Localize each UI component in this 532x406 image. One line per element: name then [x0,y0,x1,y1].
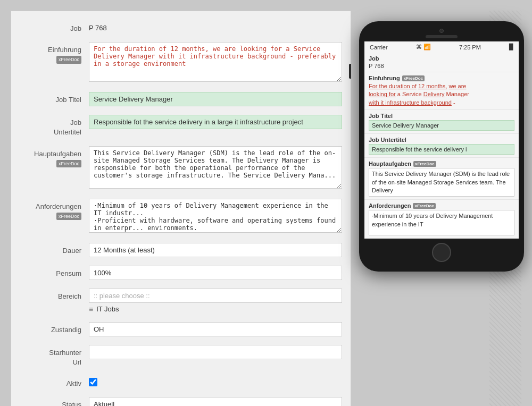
phone-einfuhrung-text: For the duration of 12 months, we are lo… [369,82,514,107]
phone-camera [439,29,444,33]
phone-anforderungen-row: Anforderungen xFreeDoc ·Minimum of 10 ye… [364,200,519,239]
pensum-label: Pensum [20,266,89,278]
bereich-input[interactable] [89,289,342,303]
starhunter-row: StarhunterUrl [11,341,351,371]
zustandig-label: Zustandig [20,322,89,335]
jobuntertitel-label: JobUntertitel [20,115,89,137]
phone-hauptaufgaben-badge: xFreeDoc [413,161,436,167]
phone-jobtitel-value: Service Delivery Manager [369,120,514,131]
phone-job-label: Job [369,55,514,62]
phone-jobuntertitel-value: Responsible fot the service delivery i [369,144,514,155]
phone-jobtitel-row: Job Titel Service Delivery Manager [364,110,519,134]
anforderungen-textarea[interactable]: ·Minimum of 10 years of Delivery Managem… [89,199,342,233]
side-button-left [349,64,351,79]
bereich-row: Bereich ≡ IT Jobs [11,284,351,318]
phone-job-row: Job P 768 [364,53,519,72]
hauptaufgaben-badge: xFreeDoc [56,160,81,168]
phone-container: Carrier ⌘ 📶 7:25 PM ▉ Job P 768 Einfuhru… [351,21,532,272]
starhunter-label: StarhunterUrl [20,345,89,367]
pensum-input[interactable] [89,266,342,280]
jobtitel-row: Job Titel [11,88,351,111]
status-row: Status [11,393,351,406]
aktiv-label: Aktiv [20,376,89,388]
bereich-item-label: IT Jobs [96,305,119,313]
phone-anforderungen-text: ·Minimum of 10 years of Delivery Managem… [369,210,514,235]
phone-status-bar: Carrier ⌘ 📶 7:25 PM ▉ [364,41,519,53]
dauer-row: Dauer [11,239,351,261]
einfuhrung-label: Einfuhrung xFreeDoc [20,42,89,64]
hauptaufgaben-textarea[interactable]: This Service Delivery Manager (SDM) is t… [89,146,342,189]
einfuhrung-row: Einfuhrung xFreeDoc For the duration of … [11,38,351,88]
anforderungen-label: Anforderungen xFreeDoc [20,199,89,221]
pensum-row: Pensum [11,261,351,284]
dauer-input[interactable] [89,243,342,257]
phone-jobuntertitel-row: Job Untertitel Responsible fot the servi… [364,134,519,158]
phone-einfuhrung-row: Einfuhrung xFreeDoc For the duration of … [364,72,519,110]
phone-job-value: P 768 [369,63,514,69]
phone-carrier: Carrier [370,44,388,50]
dauer-label: Dauer [20,243,89,256]
starhunter-input[interactable] [89,345,342,359]
bereich-label: Bereich [20,289,89,301]
einfuhrung-field[interactable]: For the duration of 12 months, we are lo… [89,42,342,83]
jobuntertitel-row: JobUntertitel [11,111,351,141]
aktiv-row: Aktiv [11,371,351,393]
phone-hauptaufgaben-row: Hauptaufgaben xFreeDoc This Service Deli… [364,158,519,200]
bereich-item: ≡ IT Jobs [89,305,342,314]
job-label: Job [20,21,89,33]
einfuhrung-textarea[interactable]: For the duration of 12 months, we are lo… [89,42,342,82]
phone-mockup: Carrier ⌘ 📶 7:25 PM ▉ Job P 768 Einfuhru… [351,21,532,272]
zustandig-row: Zustandig [11,318,351,341]
job-value: P 768 [89,21,342,32]
form-panel: Job P 768 Einfuhrung xFreeDoc For the du… [11,11,351,406]
status-label: Status [20,397,89,406]
phone-time: 7:25 PM [459,44,481,50]
job-row: Job P 768 [11,16,351,38]
phone-anforderungen-badge: xFreeDoc [413,203,435,209]
jobtitel-label: Job Titel [20,92,89,105]
phone-anforderungen-label: Anforderungen xFreeDoc [369,202,514,209]
status-input[interactable] [89,397,342,406]
phone-device: Carrier ⌘ 📶 7:25 PM ▉ Job P 768 Einfuhru… [359,21,524,272]
hauptaufgaben-row: Hauptaufgaben xFreeDoc This Service Deli… [11,142,351,194]
battery-icon: ▉ [509,44,513,50]
phone-einfuhrung-badge: xFreeDoc [402,75,425,81]
phone-speaker [426,35,458,38]
phone-jobuntertitel-label: Job Untertitel [369,137,514,143]
phone-jobtitel-label: Job Titel [369,113,514,119]
jobuntertitel-input[interactable] [89,115,342,129]
zustandig-input[interactable] [89,322,342,336]
aktiv-checkbox[interactable] [89,378,97,386]
hauptaufgaben-label: Hauptaufgaben xFreeDoc [20,146,89,168]
phone-einfuhrung-label: Einfuhrung xFreeDoc [369,75,514,81]
jobtitel-input[interactable] [89,92,342,106]
einfuhrung-badge: xFreeDoc [56,56,81,64]
anforderungen-badge: xFreeDoc [56,213,81,221]
anforderungen-row: Anforderungen xFreeDoc ·Minimum of 10 ye… [11,194,351,239]
phone-hauptaufgaben-text: This Service Delivery Manager (SDM) is t… [369,168,514,197]
phone-home-button[interactable] [432,243,451,262]
phone-screen: Carrier ⌘ 📶 7:25 PM ▉ Job P 768 Einfuhru… [364,41,519,239]
hamburger-icon: ≡ [89,305,93,314]
phone-hauptaufgaben-label: Hauptaufgaben xFreeDoc [369,160,514,167]
wifi-icon: ⌘ 📶 [416,44,431,50]
